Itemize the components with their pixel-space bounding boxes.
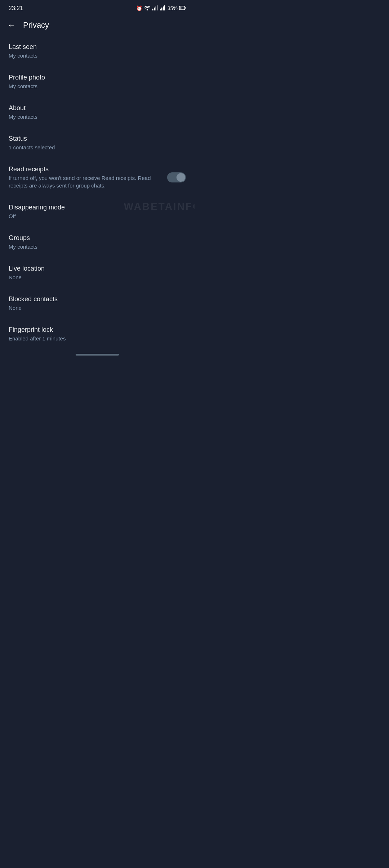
read-receipts-title: Read receipts <box>9 166 167 173</box>
about-subtitle: My contacts <box>9 113 186 121</box>
alarm-icon: ⏰ <box>136 5 142 11</box>
live-location-title: Live location <box>9 265 186 272</box>
page-title: Privacy <box>23 21 49 30</box>
settings-item-blocked-contacts[interactable]: Blocked contacts None <box>0 288 194 319</box>
signal-icon-2 <box>160 5 166 12</box>
last-seen-text: Last seen My contacts <box>9 43 186 59</box>
profile-photo-text: Profile photo My contacts <box>9 74 186 90</box>
status-time: 23:21 <box>9 5 23 12</box>
fingerprint-lock-text: Fingerprint lock Enabled after 1 minutes <box>9 326 186 342</box>
read-receipts-subtitle: If turned off, you won't send or receive… <box>9 174 167 189</box>
settings-item-live-location[interactable]: Live location None <box>0 258 194 288</box>
home-indicator <box>76 354 119 356</box>
bottom-bar <box>0 349 194 358</box>
status-subtitle: 1 contacts selected <box>9 144 186 151</box>
status-bar: 23:21 ⏰ <box>0 0 194 16</box>
svg-rect-6 <box>161 8 162 10</box>
settings-item-last-seen[interactable]: Last seen My contacts <box>0 36 194 67</box>
read-receipts-toggle[interactable] <box>167 172 186 182</box>
groups-title: Groups <box>9 234 186 242</box>
last-seen-title: Last seen <box>9 43 186 51</box>
signal-icon-1 <box>152 5 158 12</box>
groups-subtitle: My contacts <box>9 243 186 250</box>
svg-rect-11 <box>185 7 186 9</box>
disappearing-mode-subtitle: Off <box>9 212 186 220</box>
settings-item-disappearing-mode[interactable]: Disappearing mode Off WABETAINFO <box>0 196 194 227</box>
disappearing-mode-text: Disappearing mode Off <box>9 204 186 220</box>
status-title: Status <box>9 135 186 143</box>
profile-photo-subtitle: My contacts <box>9 82 186 90</box>
battery-indicator: 35% <box>167 5 178 11</box>
settings-item-groups[interactable]: Groups My contacts <box>0 227 194 258</box>
fingerprint-lock-title: Fingerprint lock <box>9 326 186 334</box>
svg-rect-4 <box>157 5 158 10</box>
svg-rect-1 <box>152 9 153 10</box>
battery-icon <box>179 5 186 12</box>
svg-rect-2 <box>154 8 155 10</box>
live-location-text: Live location None <box>9 265 186 281</box>
settings-item-status[interactable]: Status 1 contacts selected <box>0 128 194 158</box>
settings-list: Last seen My contacts Profile photo My c… <box>0 36 194 349</box>
blocked-contacts-title: Blocked contacts <box>9 295 186 303</box>
toggle-knob <box>176 173 185 182</box>
fingerprint-lock-subtitle: Enabled after 1 minutes <box>9 335 186 342</box>
blocked-contacts-subtitle: None <box>9 304 186 312</box>
toolbar: ← Privacy <box>0 16 194 36</box>
about-text: About My contacts <box>9 104 186 121</box>
svg-point-0 <box>147 9 148 10</box>
disappearing-mode-title: Disappearing mode <box>9 204 186 211</box>
read-receipts-text: Read receipts If turned off, you won't s… <box>9 166 167 189</box>
svg-rect-8 <box>164 5 165 10</box>
settings-item-about[interactable]: About My contacts <box>0 97 194 128</box>
svg-rect-3 <box>155 6 156 10</box>
settings-item-read-receipts[interactable]: Read receipts If turned off, you won't s… <box>0 158 194 196</box>
last-seen-subtitle: My contacts <box>9 52 186 59</box>
about-title: About <box>9 104 186 112</box>
svg-rect-7 <box>163 6 164 10</box>
status-icons: ⏰ 35% <box>136 5 186 12</box>
live-location-subtitle: None <box>9 273 186 281</box>
svg-rect-5 <box>160 9 161 10</box>
profile-photo-title: Profile photo <box>9 74 186 81</box>
back-button[interactable]: ← <box>7 20 16 30</box>
status-text: Status 1 contacts selected <box>9 135 186 151</box>
settings-item-fingerprint-lock[interactable]: Fingerprint lock Enabled after 1 minutes <box>0 319 194 349</box>
wifi-icon <box>144 5 151 12</box>
blocked-contacts-text: Blocked contacts None <box>9 295 186 312</box>
svg-rect-10 <box>180 6 182 9</box>
groups-text: Groups My contacts <box>9 234 186 250</box>
settings-item-profile-photo[interactable]: Profile photo My contacts <box>0 67 194 97</box>
